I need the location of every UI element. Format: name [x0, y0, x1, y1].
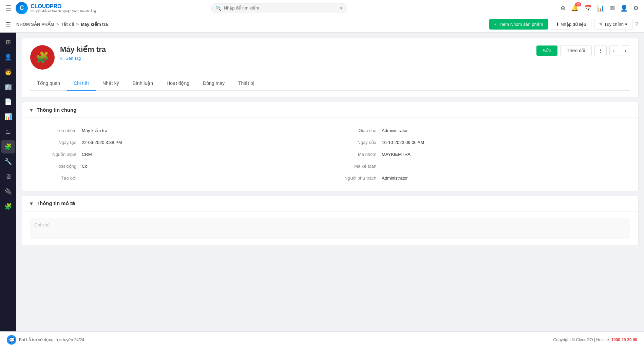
tab-binhluan[interactable]: Bình luận	[126, 76, 160, 91]
footer: 💬 Bot hỗ trợ sử dụng trực tuyến 24/24 Co…	[0, 331, 644, 348]
breadcrumb-sep2: >	[76, 22, 79, 27]
tab-dongmay[interactable]: Dòng máy	[196, 76, 231, 91]
info-row-tenNhom: Tên nhóm Máy kiểm tra	[30, 125, 330, 136]
collapse-icon: ▼	[29, 107, 34, 113]
sidebar-item-users[interactable]: 👤	[1, 50, 15, 64]
label-maKeToan: Mã kế toán	[334, 164, 382, 169]
customize-button[interactable]: ✎ Tùy chỉnh ▾	[594, 19, 632, 30]
label-hoatDong: Hoạt động	[34, 164, 82, 169]
value-hoatDong: Có	[82, 164, 88, 169]
tag-link[interactable]: 🏷 Gán Tag	[60, 56, 531, 61]
label-ngayTao: Ngày tạo	[34, 140, 82, 145]
breadcrumb-sep1: >	[56, 22, 59, 27]
value-maNhom: MAYKIEMTRA	[382, 152, 411, 157]
add-group-button[interactable]: + Thêm Nhóm sản phẩm	[489, 19, 548, 30]
chart-icon[interactable]: 📊	[597, 4, 604, 12]
next-button[interactable]: ›	[621, 45, 630, 56]
edit-button[interactable]: Sửa	[536, 45, 557, 56]
value-ngaySua: 16-10-2023 09:06 AM	[382, 140, 424, 145]
record-card: 🧩 Máy kiểm tra 🏷 Gán Tag Sửa Theo dõi ⋮ …	[22, 38, 639, 98]
logo: C CLOUDPRO Chuyển đổi số Doanh nghiệp Sá…	[16, 2, 96, 14]
label-nguonInput: Nguồn input	[34, 152, 82, 157]
sidebar-item-tools[interactable]: 🔧	[1, 155, 15, 168]
sidebar-item-document[interactable]: 📄	[1, 95, 15, 109]
label-tenNhom: Tên nhóm	[34, 128, 82, 133]
info-row-nguonInput: Nguồn input CRM	[30, 148, 330, 160]
tabs-bar: Tổng quan Chi tiết Nhật ký Bình luận Hoạ…	[30, 76, 630, 91]
tab-nhatky[interactable]: Nhật ký	[96, 76, 126, 91]
prev-button[interactable]: ‹	[609, 45, 619, 56]
import-icon: ⬇	[556, 22, 560, 27]
record-header: 🧩 Máy kiểm tra 🏷 Gán Tag Sửa Theo dõi ⋮ …	[30, 45, 630, 70]
sidebar-item-plugin1[interactable]: 🔌	[1, 185, 15, 198]
tab-thietbi[interactable]: Thiết bị	[231, 76, 261, 91]
hamburger-menu[interactable]: ☰	[5, 4, 12, 12]
search-dropdown-icon[interactable]: ▾	[340, 5, 342, 11]
info-left-col: Tên nhóm Máy kiểm tra Ngày tạo 22-06-202…	[30, 125, 330, 184]
bell-icon[interactable]: 🔔 55	[571, 4, 579, 12]
description-header[interactable]: ▼ Thông tin mô tả	[22, 196, 638, 212]
calendar-icon[interactable]: 📅	[584, 4, 591, 12]
mail-icon[interactable]: ✉	[610, 4, 615, 12]
value-giaoCho: Administrator	[382, 128, 408, 133]
tab-hoatdong[interactable]: Hoạt động	[160, 76, 196, 91]
description-textarea[interactable]: Ghi chú	[30, 218, 630, 239]
chat-support[interactable]: 💬 Bot hỗ trợ sử dụng trực tuyến 24/24	[7, 335, 84, 345]
sidebar-item-person[interactable]: 🧑	[1, 65, 15, 79]
label-giaoCho: Giao cho	[334, 128, 382, 133]
description-title: Thông tin mô tả	[37, 200, 75, 206]
general-info-header[interactable]: ▼ Thông tin chung	[22, 102, 638, 118]
sub-hamburger[interactable]: ☰	[5, 21, 11, 28]
breadcrumb: NHÓM SẢN PHẨM > Tất cả > Máy kiểm tra	[16, 22, 489, 27]
main-layout: ⊞ 👤 🧑 🏢 📄 📊 🗂 🧩 🔧 🖥 🔌 🧩 🧩 Máy kiểm tra 🏷	[0, 33, 644, 331]
info-row-giaoCho: Giao cho Administrator	[330, 125, 630, 136]
label-maNhom: Mã nhóm	[334, 152, 382, 157]
sidebar-item-plugin2[interactable]: 🧩	[1, 200, 15, 213]
sub-nav-actions: + Thêm Nhóm sản phẩm ⬇ Nhập dữ liệu ✎ Tù…	[489, 19, 639, 30]
sidebar-item-layers[interactable]: 🗂	[1, 125, 15, 139]
customize-icon: ✎	[599, 22, 603, 27]
bell-badge: 55	[575, 2, 581, 6]
value-nguonInput: CRM	[82, 152, 92, 157]
sidebar-item-chart[interactable]: 📊	[1, 110, 15, 124]
record-info: Máy kiểm tra 🏷 Gán Tag	[60, 45, 531, 61]
info-row-nguoiPhuTrach: Người phụ trách Administrator	[330, 172, 630, 184]
description-section: ▼ Thông tin mô tả Ghi chú	[22, 195, 639, 246]
info-row-ngaySua: Ngày sửa 16-10-2023 09:06 AM	[330, 136, 630, 148]
help-button[interactable]: ?	[635, 21, 639, 28]
tab-chitiet[interactable]: Chi tiết	[67, 76, 96, 91]
sidebar-item-dashboard[interactable]: ⊞	[1, 35, 15, 49]
collapse-desc-icon: ▼	[29, 201, 34, 206]
label-nguoiPhuTrach: Người phụ trách	[334, 176, 382, 181]
settings-icon[interactable]: ⚙	[633, 4, 639, 12]
description-placeholder: Ghi chú	[30, 218, 630, 232]
sidebar-item-puzzle[interactable]: 🧩	[1, 140, 15, 153]
label-ngaySua: Ngày sửa	[334, 140, 382, 145]
info-row-maKeToan: Mã kế toán	[330, 160, 630, 172]
sidebar-item-building[interactable]: 🏢	[1, 80, 15, 94]
breadcrumb-root[interactable]: NHÓM SẢN PHẨM	[16, 22, 54, 27]
sub-nav: ☰ NHÓM SẢN PHẨM > Tất cả > Máy kiểm tra …	[0, 16, 644, 33]
label-taoBoi: Tạo bởi	[34, 176, 82, 181]
phone-number: 1900 29 29 90	[611, 337, 637, 342]
record-title: Máy kiểm tra	[60, 45, 531, 54]
tab-tongquan[interactable]: Tổng quan	[30, 76, 67, 91]
chat-icon: 💬	[7, 335, 16, 345]
info-row-hoatDong: Hoạt động Có	[30, 160, 330, 172]
search-bar[interactable]: 🔍 ▾	[211, 3, 347, 13]
sidebar-item-monitor[interactable]: 🖥	[1, 170, 15, 183]
info-grid: Tên nhóm Máy kiểm tra Ngày tạo 22-06-202…	[30, 125, 630, 184]
info-row-taoBoi: Tạo bởi	[30, 172, 330, 184]
more-button[interactable]: ⋮	[594, 45, 607, 56]
tag-icon: 🏷	[60, 56, 64, 61]
description-body: Ghi chú	[22, 212, 638, 245]
info-right-col: Giao cho Administrator Ngày sửa 16-10-20…	[330, 125, 630, 184]
sidebar: ⊞ 👤 🧑 🏢 📄 📊 🗂 🧩 🔧 🖥 🔌 🧩	[0, 33, 16, 331]
user-icon[interactable]: 👤	[620, 4, 628, 12]
follow-button[interactable]: Theo dõi	[560, 45, 591, 56]
info-row-ngayTao: Ngày tạo 22-06-2020 3:38 PM	[30, 136, 330, 148]
breadcrumb-all[interactable]: Tất cả	[61, 22, 74, 27]
add-icon[interactable]: ⊕	[561, 4, 566, 12]
import-button[interactable]: ⬇ Nhập dữ liệu	[551, 19, 591, 30]
search-input[interactable]	[224, 5, 337, 11]
